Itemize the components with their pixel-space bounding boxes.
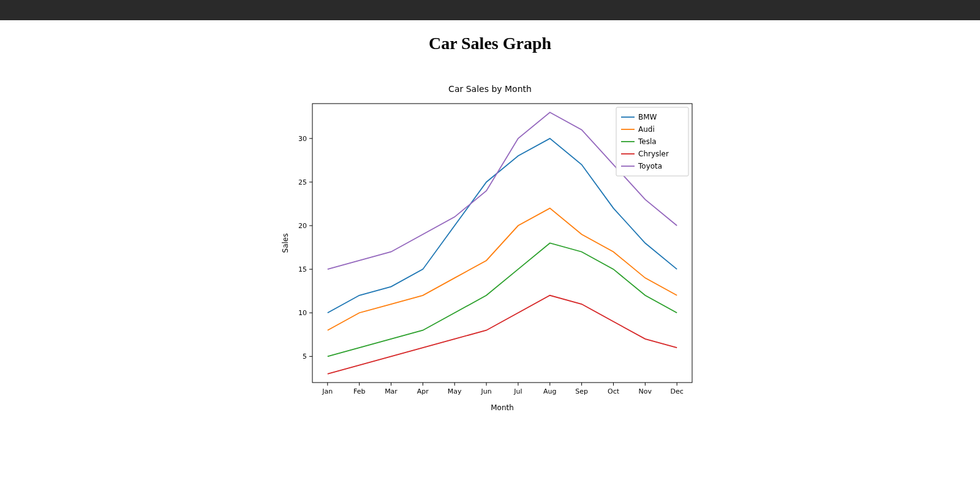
svg-text:Apr: Apr	[417, 387, 429, 395]
svg-text:Sep: Sep	[575, 387, 588, 395]
svg-text:15: 15	[298, 265, 307, 273]
svg-text:Toyota: Toyota	[638, 162, 662, 170]
svg-text:Nov: Nov	[639, 387, 652, 395]
svg-text:Mar: Mar	[385, 387, 398, 395]
svg-text:BMW: BMW	[638, 113, 657, 121]
svg-text:25: 25	[298, 178, 307, 186]
svg-text:Chrysler: Chrysler	[638, 150, 669, 158]
top-bar	[0, 0, 980, 20]
chart-container: Car Sales by Month 51015202530JanFebMarA…	[0, 84, 980, 416]
svg-text:Jul: Jul	[513, 387, 522, 395]
svg-text:Jan: Jan	[322, 387, 333, 395]
svg-text:Feb: Feb	[353, 387, 365, 395]
svg-text:Month: Month	[491, 403, 514, 412]
series-audi	[328, 208, 677, 330]
line-chart: 51015202530JanFebMarAprMayJunJulAugSepOc…	[276, 97, 704, 416]
svg-text:May: May	[448, 387, 462, 395]
svg-text:Jun: Jun	[480, 387, 491, 395]
svg-text:Dec: Dec	[671, 387, 684, 395]
page-title: Car Sales Graph	[0, 34, 980, 53]
svg-text:Aug: Aug	[543, 387, 556, 395]
svg-text:Sales: Sales	[281, 234, 290, 253]
svg-text:20: 20	[298, 222, 307, 230]
svg-text:Oct: Oct	[608, 387, 620, 395]
svg-text:Tesla: Tesla	[638, 137, 657, 146]
svg-text:Audi: Audi	[638, 125, 655, 134]
svg-text:30: 30	[298, 135, 307, 143]
series-tesla	[328, 243, 677, 357]
svg-text:10: 10	[298, 309, 307, 317]
legend: BMWAudiTeslaChryslerToyota	[616, 107, 688, 176]
chart-title: Car Sales by Month	[276, 84, 704, 94]
svg-text:5: 5	[303, 353, 307, 360]
